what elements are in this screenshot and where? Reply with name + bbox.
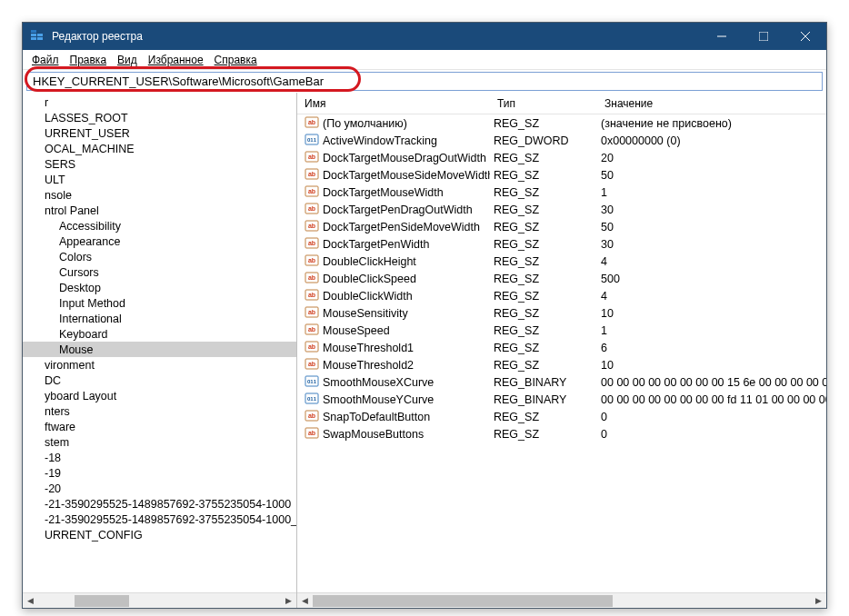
value-name-label: MouseThreshold1	[323, 342, 414, 354]
tree-body[interactable]: rLASSES_ROOTURRENT_USEROCAL_MACHINESERSU…	[23, 93, 296, 592]
list-row[interactable]: abDockTargetMouseDragOutWidthREG_SZ20	[297, 149, 826, 166]
list-row[interactable]: abMouseSpeedREG_SZ1	[297, 322, 826, 339]
titlebar[interactable]: Редактор реестра	[23, 23, 826, 50]
tree-item[interactable]: nters	[23, 403, 296, 419]
tree-item[interactable]: SERS	[23, 156, 296, 172]
list-row[interactable]: ab(По умолчанию)REG_SZ(значение не присв…	[297, 114, 826, 132]
binary-value-icon: 011	[305, 373, 319, 391]
tree-item[interactable]: -21-3590295525-1489857692-3755235054-100…	[23, 512, 296, 527]
tree-item[interactable]: International	[23, 311, 296, 326]
svg-rect-0	[31, 34, 36, 36]
list-row[interactable]: abMouseSensitivityREG_SZ10	[297, 304, 826, 322]
cell-name: abDoubleClickSpeed	[301, 270, 490, 287]
scroll-track[interactable]	[38, 593, 281, 609]
tree-horizontal-scrollbar[interactable]: ◀ ▶	[23, 592, 296, 608]
binary-value-icon: 011	[305, 391, 319, 408]
list-horizontal-scrollbar[interactable]: ◀ ▶	[297, 592, 826, 608]
list-row[interactable]: abDockTargetPenDragOutWidthREG_SZ30	[297, 201, 826, 218]
list-row[interactable]: abDoubleClickWidthREG_SZ4	[297, 287, 826, 304]
list-row[interactable]: abDockTargetPenSideMoveWidthREG_SZ50	[297, 218, 826, 235]
string-value-icon: ab	[305, 425, 319, 442]
tree-item[interactable]: yboard Layout	[23, 388, 296, 403]
tree-panel: rLASSES_ROOTURRENT_USEROCAL_MACHINESERSU…	[23, 93, 297, 608]
tree-item[interactable]: DC	[23, 373, 296, 388]
list-row[interactable]: abSnapToDefaultButtonREG_SZ0	[297, 408, 826, 425]
cell-name: abDockTargetMouseDragOutWidth	[301, 149, 490, 166]
tree-item[interactable]: -18	[23, 450, 296, 465]
tree-item[interactable]: LASSES_ROOT	[23, 110, 296, 125]
list-row[interactable]: abDockTargetMouseWidthREG_SZ1	[297, 184, 826, 201]
cell-type: REG_SZ	[490, 204, 597, 216]
menu-view[interactable]: Вид	[112, 52, 143, 68]
svg-text:ab: ab	[308, 430, 315, 436]
cell-type: REG_SZ	[490, 324, 597, 337]
tree-item[interactable]: Mouse	[23, 342, 296, 357]
menu-edit[interactable]: Правка	[65, 52, 113, 68]
tree-item[interactable]: -20	[23, 481, 296, 496]
tree-item[interactable]: vironment	[23, 357, 296, 373]
list-row[interactable]: abDockTargetPenWidthREG_SZ30	[297, 235, 826, 253]
list-row[interactable]: abSwapMouseButtonsREG_SZ0	[297, 425, 826, 442]
string-value-icon: ab	[305, 149, 319, 166]
tree-item[interactable]: ntrol Panel	[23, 203, 296, 218]
tree-item[interactable]: Cursors	[23, 264, 296, 280]
scroll-track[interactable]	[313, 593, 811, 609]
list-row[interactable]: abMouseThreshold1REG_SZ6	[297, 339, 826, 356]
cell-type: REG_SZ	[490, 169, 597, 182]
tree-item[interactable]: Desktop	[23, 280, 296, 295]
cell-name: abDockTargetPenWidth	[301, 235, 490, 253]
value-name-label: DockTargetPenSideMoveWidth	[323, 221, 480, 233]
scroll-left-button[interactable]: ◀	[297, 593, 313, 609]
value-name-label: ActiveWindowTracking	[323, 134, 437, 147]
string-value-icon: ab	[305, 166, 319, 184]
close-button[interactable]	[784, 23, 826, 50]
menu-favorites[interactable]: Избранное	[143, 52, 209, 68]
tree-item[interactable]: URRENT_USER	[23, 125, 296, 141]
list-body[interactable]: ab(По умолчанию)REG_SZ(значение не присв…	[297, 114, 826, 592]
column-header-value[interactable]: Значение	[597, 94, 826, 113]
tree-item[interactable]: URRENT_CONFIG	[23, 527, 296, 542]
tree-item[interactable]: Input Method	[23, 295, 296, 311]
column-header-type[interactable]: Тип	[490, 94, 597, 113]
maximize-button[interactable]	[743, 23, 784, 50]
scroll-right-button[interactable]: ▶	[811, 593, 826, 609]
menu-file[interactable]: Файл	[26, 52, 65, 68]
list-row[interactable]: 011ActiveWindowTrackingREG_DWORD0x000000…	[297, 132, 826, 149]
tree-item[interactable]: Colors	[23, 249, 296, 264]
cell-name: abMouseSensitivity	[301, 304, 490, 322]
cell-value: 500	[597, 273, 826, 285]
column-header-name[interactable]: Имя	[297, 94, 490, 113]
tree-item[interactable]: Keyboard	[23, 326, 296, 342]
tree-item[interactable]: ULT	[23, 172, 296, 187]
value-name-label: MouseThreshold2	[323, 359, 414, 372]
scroll-thumb[interactable]	[313, 595, 613, 607]
list-row[interactable]: abMouseThreshold2REG_SZ10	[297, 356, 826, 373]
list-row[interactable]: 011SmoothMouseXCurveREG_BINARY00 00 00 0…	[297, 373, 826, 391]
tree-item[interactable]: Appearance	[23, 233, 296, 249]
tree-item[interactable]: stem	[23, 434, 296, 450]
address-input[interactable]	[26, 72, 823, 91]
cell-value: 00 00 00 00 00 00 00 00 15 6e 00 00 00 0…	[597, 376, 826, 389]
scroll-thumb[interactable]	[75, 595, 129, 607]
tree-item[interactable]: ftware	[23, 419, 296, 434]
scroll-left-button[interactable]: ◀	[23, 593, 38, 609]
tree-item[interactable]: r	[23, 94, 296, 110]
list-row[interactable]: 011SmoothMouseYCurveREG_BINARY00 00 00 0…	[297, 391, 826, 408]
value-name-label: SmoothMouseXCurve	[323, 376, 434, 389]
list-row[interactable]: abDoubleClickHeightREG_SZ4	[297, 253, 826, 270]
minimize-button[interactable]	[701, 23, 743, 50]
tree-item[interactable]: nsole	[23, 187, 296, 203]
list-row[interactable]: abDoubleClickSpeedREG_SZ500	[297, 270, 826, 287]
value-name-label: MouseSensitivity	[323, 307, 408, 320]
menu-help[interactable]: Справка	[209, 52, 263, 68]
cell-name: 011SmoothMouseYCurve	[301, 391, 490, 408]
tree-item[interactable]: Accessibility	[23, 218, 296, 233]
svg-text:ab: ab	[308, 223, 315, 229]
string-value-icon: ab	[305, 339, 319, 356]
tree-item[interactable]: -21-3590295525-1489857692-3755235054-100…	[23, 496, 296, 512]
tree-item[interactable]: OCAL_MACHINE	[23, 141, 296, 156]
scroll-right-button[interactable]: ▶	[281, 593, 296, 609]
cell-value: 0	[597, 411, 826, 423]
list-row[interactable]: abDockTargetMouseSideMoveWidthREG_SZ50	[297, 166, 826, 184]
tree-item[interactable]: -19	[23, 465, 296, 481]
